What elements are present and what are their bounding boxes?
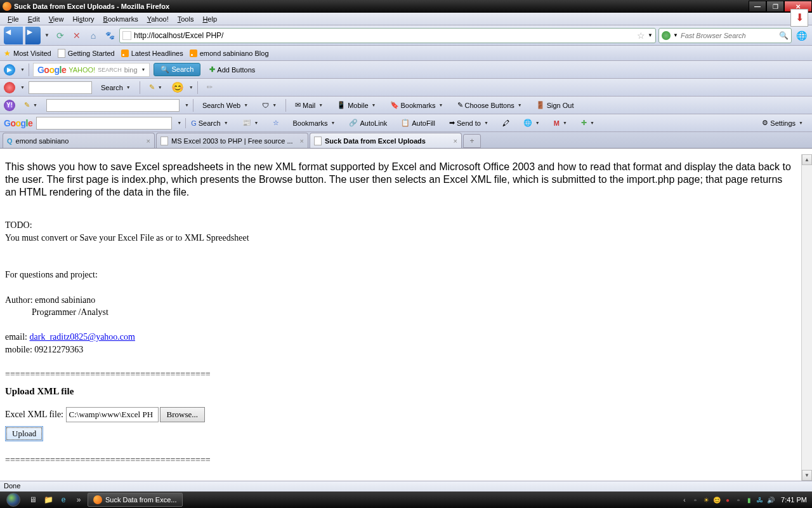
download-arrow-icon[interactable]: ⬇ <box>790 9 808 27</box>
url-dropdown[interactable]: ▼ <box>648 32 653 38</box>
globe-icon[interactable]: 🌐 <box>794 29 808 43</box>
minimize-button[interactable] <box>749 1 766 12</box>
tray-smiley-icon[interactable]: 😊 <box>712 495 721 504</box>
search-provider-dropdown[interactable]: ▼ <box>673 32 678 38</box>
tray-icon[interactable]: ☀ <box>702 495 710 504</box>
highlighter-tool[interactable]: ✏ <box>202 82 218 93</box>
sign-out-btn[interactable]: 🚪 Sign Out <box>531 100 579 110</box>
tab-close-icon[interactable]: × <box>300 137 304 145</box>
yahoo-search-input[interactable] <box>46 99 180 112</box>
forward-button[interactable]: ► <box>25 27 41 44</box>
search-input-2[interactable] <box>29 81 92 94</box>
menu-file[interactable]: File <box>4 14 23 24</box>
plus-btn[interactable]: ✚▼ <box>576 117 599 128</box>
gmail-btn[interactable]: M▼ <box>549 118 572 128</box>
tray-volume-icon[interactable]: 🔊 <box>766 495 775 504</box>
mail-btn[interactable]: ✉ Mail▼ <box>290 100 328 110</box>
search-btn-2[interactable]: Search▼ <box>96 83 136 93</box>
scroll-up-icon[interactable]: ▲ <box>802 154 812 165</box>
orb-dropdown[interactable]: ▼ <box>20 67 25 72</box>
choose-buttons[interactable]: ✎ Choose Buttons▼ <box>452 100 527 110</box>
red-orb-icon[interactable] <box>4 82 15 93</box>
start-button[interactable] <box>3 491 24 508</box>
browser-search-box[interactable]: ▼ 🔍 <box>658 28 792 43</box>
paw-icon[interactable]: 🐾 <box>103 29 117 43</box>
shield-btn[interactable]: 🛡▼ <box>257 100 282 110</box>
star-btn[interactable]: ☆ <box>268 117 284 128</box>
menu-help[interactable]: Help <box>199 14 221 24</box>
maximize-button[interactable] <box>766 1 784 12</box>
autolink-btn[interactable]: 🔗 AutoLink <box>344 117 392 128</box>
upload-button[interactable]: Upload <box>5 426 43 441</box>
taskbar-firefox[interactable]: Suck Data from Exce... <box>88 493 183 507</box>
windows-orb-icon <box>6 493 20 507</box>
vertical-scrollbar[interactable]: ▲ ▼ <box>801 154 812 481</box>
google-search-input[interactable] <box>36 117 172 130</box>
url-bar[interactable]: ☆ ▼ <box>119 28 656 43</box>
menu-view[interactable]: View <box>45 14 68 24</box>
tab-close-icon[interactable]: × <box>454 137 457 145</box>
emoji-face-icon[interactable]: 😊 <box>171 81 184 93</box>
pencil-tool[interactable]: ✎▼ <box>144 82 167 93</box>
browse-button[interactable]: Browse... <box>160 407 205 422</box>
bookmarks-g-btn[interactable]: Bookmarks▼ <box>288 118 341 128</box>
home-button[interactable]: ⌂ <box>86 29 100 43</box>
file-input[interactable]: C:\wamp\www\Excel PH <box>66 407 159 422</box>
settings-btn[interactable]: ⚙ Settings▼ <box>757 117 808 128</box>
ql-ie[interactable]: e <box>57 493 70 506</box>
orb-icon[interactable]: ▶ <box>4 64 15 76</box>
tray-arrow-icon[interactable]: ‹ <box>680 495 689 504</box>
menu-bookmarks[interactable]: Bookmarks <box>100 14 142 24</box>
highlight-btn[interactable]: 🖍 <box>497 118 514 128</box>
tab-2-active[interactable]: Suck Data from Excel Uploads × <box>310 133 462 148</box>
tray-icon[interactable]: ▫ <box>691 495 700 504</box>
browser-search-input[interactable] <box>681 32 779 39</box>
tray-icon[interactable]: ▫ <box>734 495 743 504</box>
search-provider-icon[interactable] <box>662 31 671 40</box>
news-btn[interactable]: 📰▼ <box>237 117 264 128</box>
bm-most-visited[interactable]: ★Most Visited <box>4 49 51 58</box>
tab-close-icon[interactable]: × <box>147 137 150 145</box>
bookmark-star-icon[interactable]: ☆ <box>637 30 645 41</box>
send-to-btn[interactable]: ➡ Send to▼ <box>444 117 494 128</box>
menu-edit[interactable]: Edit <box>24 14 44 24</box>
tray-icon[interactable]: ▮ <box>745 495 754 504</box>
menu-yahoo[interactable]: Yahoo! <box>143 14 173 24</box>
pencil-y[interactable]: ✎▼ <box>19 100 43 110</box>
search-engines-logo[interactable]: Google YAHOO! SEARCH bing ▼ <box>33 63 150 77</box>
reload-button[interactable]: ⟳ <box>53 29 67 43</box>
globe-g-btn[interactable]: 🌐▼ <box>518 117 545 128</box>
yahoo-icon[interactable]: Y! <box>4 100 15 111</box>
back-button[interactable]: ◄ <box>4 27 23 44</box>
bm-getting-started[interactable]: Getting Started <box>58 49 115 58</box>
search-button[interactable]: 🔍 Search <box>154 63 200 76</box>
new-tab-button[interactable]: + <box>463 134 481 148</box>
google-logo[interactable]: Google <box>4 118 32 128</box>
menu-tools[interactable]: Tools <box>174 14 198 24</box>
tab-0[interactable]: Q emond sabiniano × <box>3 133 155 148</box>
menu-history[interactable]: History <box>69 14 98 24</box>
mobile-btn[interactable]: 📱 Mobile▼ <box>332 100 381 110</box>
nav-history-dropdown[interactable]: ▼ <box>43 32 51 38</box>
red-orb-dropdown[interactable]: ▼ <box>20 85 25 90</box>
scroll-track[interactable] <box>802 165 812 470</box>
url-input[interactable] <box>134 31 634 40</box>
scroll-down-icon[interactable]: ▼ <box>802 470 812 481</box>
bm-emond-blog[interactable]: emond sabiniano Blog <box>190 50 269 57</box>
search-web-btn[interactable]: Search Web▼ <box>197 100 253 110</box>
tab-1[interactable]: MS Excel 2003 to PHP | Free source ... × <box>156 133 308 148</box>
taskbar-clock[interactable]: 7:41 PM <box>781 496 807 504</box>
tray-network-icon[interactable]: 🖧 <box>756 495 764 504</box>
ql-more[interactable]: » <box>72 493 85 506</box>
bm-latest-headlines[interactable]: Latest Headlines <box>121 50 183 57</box>
stop-button[interactable]: ✕ <box>70 29 84 43</box>
ql-desktop[interactable]: 🖥 <box>27 493 39 506</box>
tray-icon[interactable]: ● <box>723 495 732 504</box>
email-link[interactable]: dark_raditz0825@yahoo.com <box>30 332 135 342</box>
search-go-icon[interactable]: 🔍 <box>779 31 789 40</box>
google-search-btn[interactable]: G Search▼ <box>185 118 233 128</box>
autofill-btn[interactable]: 📋 AutoFill <box>396 117 440 128</box>
add-buttons[interactable]: ✚ Add Buttons <box>204 64 260 75</box>
bookmarks-btn[interactable]: 🔖 Bookmarks▼ <box>385 100 449 110</box>
ql-explorer[interactable]: 📁 <box>42 493 55 506</box>
